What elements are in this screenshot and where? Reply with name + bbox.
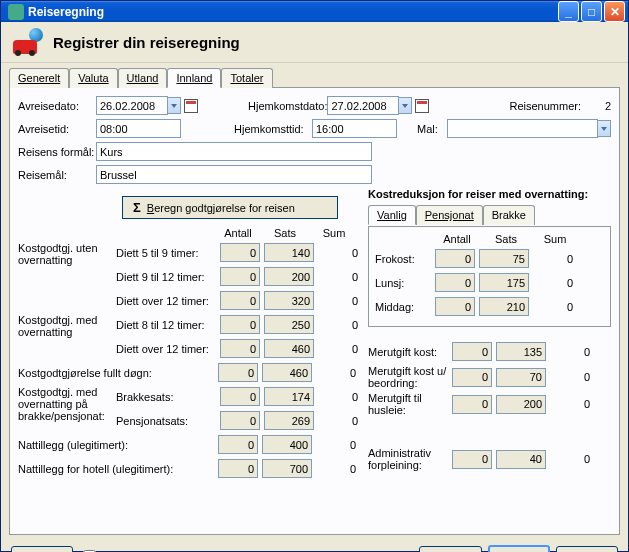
m1-antall[interactable]: [452, 342, 492, 361]
tab-brakke[interactable]: Brakke: [483, 205, 535, 225]
close-button[interactable]: ✕: [604, 1, 625, 22]
r6-antall[interactable]: [218, 363, 258, 382]
r1-sats[interactable]: [264, 243, 314, 262]
tab-innland[interactable]: Innland: [167, 68, 221, 88]
m3-antall[interactable]: [452, 395, 492, 414]
r5-sats[interactable]: [264, 339, 314, 358]
reisemal-label: Reisemål:: [18, 169, 96, 181]
r1-antall[interactable]: [220, 243, 260, 262]
r3-antall[interactable]: [220, 291, 260, 310]
r10-antall[interactable]: [218, 459, 258, 478]
minimize-button[interactable]: _: [558, 1, 579, 22]
mal-input[interactable]: [447, 119, 598, 138]
header-icon: [11, 28, 43, 56]
reisemal-input[interactable]: [96, 165, 372, 184]
avreisetid-input[interactable]: [96, 119, 181, 138]
window-title: Reiseregning: [28, 5, 556, 19]
avreisedato-input[interactable]: [96, 96, 168, 115]
hjemkomsttid-input[interactable]: [312, 119, 397, 138]
r6-sats[interactable]: [262, 363, 312, 382]
ok-button[interactable]: OK: [488, 545, 550, 552]
hjemkomstdato-label: Hjemkomstdato:: [248, 100, 327, 112]
r10-sats[interactable]: [262, 459, 312, 478]
kostreduksjon-title: Kostreduksjon for reiser med overnatting…: [368, 188, 611, 200]
r8-antall[interactable]: [220, 411, 260, 430]
avbryt-button[interactable]: Avbryt: [556, 546, 618, 552]
r3-sats[interactable]: [264, 291, 314, 310]
sigma-icon: Σ: [133, 200, 141, 215]
beregn-button[interactable]: Σ Beregn godtgjørelse for reisen: [122, 196, 338, 219]
m3-sats[interactable]: [496, 395, 546, 414]
mal-dropdown[interactable]: [598, 120, 611, 137]
calendar-icon[interactable]: [415, 99, 429, 113]
hjemkomstdato-dropdown[interactable]: [399, 97, 412, 114]
hjemkomstdato-input[interactable]: [327, 96, 399, 115]
hjemkomsttid-label: Hjemkomsttid:: [234, 123, 312, 135]
m1-sats[interactable]: [496, 342, 546, 361]
tab-valuta[interactable]: Valuta: [69, 68, 117, 88]
r2-antall[interactable]: [220, 267, 260, 286]
titlebar[interactable]: Reiseregning _ □ ✕: [1, 1, 628, 22]
avreisetid-label: Avreisetid:: [18, 123, 96, 135]
r2-sats[interactable]: [264, 267, 314, 286]
formal-input[interactable]: [96, 142, 372, 161]
grp3-label: Kostgodtgj. med overnatting på brakke/pe…: [18, 386, 116, 434]
tab-vanlig[interactable]: Vanlig: [368, 205, 416, 225]
mal-label: Mal:: [417, 123, 447, 135]
tab-totaler[interactable]: Totaler: [221, 68, 272, 88]
skrivut-button[interactable]: Skriv ut: [419, 546, 482, 552]
r7-antall[interactable]: [220, 387, 260, 406]
app-icon: [8, 4, 24, 20]
r9-sats[interactable]: [262, 435, 312, 454]
m2-antall[interactable]: [452, 368, 492, 387]
tab-generelt[interactable]: Generelt: [9, 68, 69, 88]
middag-antall[interactable]: [435, 297, 475, 316]
maximize-button[interactable]: □: [581, 1, 602, 22]
r4-sats[interactable]: [264, 315, 314, 334]
reisenummer-label: Reisenummer:: [509, 100, 581, 112]
m4-antall[interactable]: [452, 450, 492, 469]
r7-sats[interactable]: [264, 387, 314, 406]
r8-sats[interactable]: [264, 411, 314, 430]
r5-antall[interactable]: [220, 339, 260, 358]
m4-sats[interactable]: [496, 450, 546, 469]
hjelp-button[interactable]: Hjelp: [11, 546, 73, 552]
avreisedato-dropdown[interactable]: [168, 97, 181, 114]
tab-utland[interactable]: Utland: [118, 68, 168, 88]
frokost-antall[interactable]: [435, 249, 475, 268]
formal-label: Reisens formål:: [18, 146, 96, 158]
tab-pensjonat[interactable]: Pensjonat: [416, 205, 483, 225]
page-title: Registrer din reiseregning: [53, 34, 240, 51]
m2-sats[interactable]: [496, 368, 546, 387]
lunsj-antall[interactable]: [435, 273, 475, 292]
avreisedato-label: Avreisedato:: [18, 100, 96, 112]
reisenummer-value: 2: [581, 100, 611, 112]
grp1-label: Kostgodtgj. uten overnatting: [18, 242, 116, 314]
calendar-icon[interactable]: [184, 99, 198, 113]
frokost-sats[interactable]: [479, 249, 529, 268]
r4-antall[interactable]: [220, 315, 260, 334]
grp2-label: Kostgodtgj. med overnatting: [18, 314, 116, 362]
r9-antall[interactable]: [218, 435, 258, 454]
middag-sats[interactable]: [479, 297, 529, 316]
lunsj-sats[interactable]: [479, 273, 529, 292]
